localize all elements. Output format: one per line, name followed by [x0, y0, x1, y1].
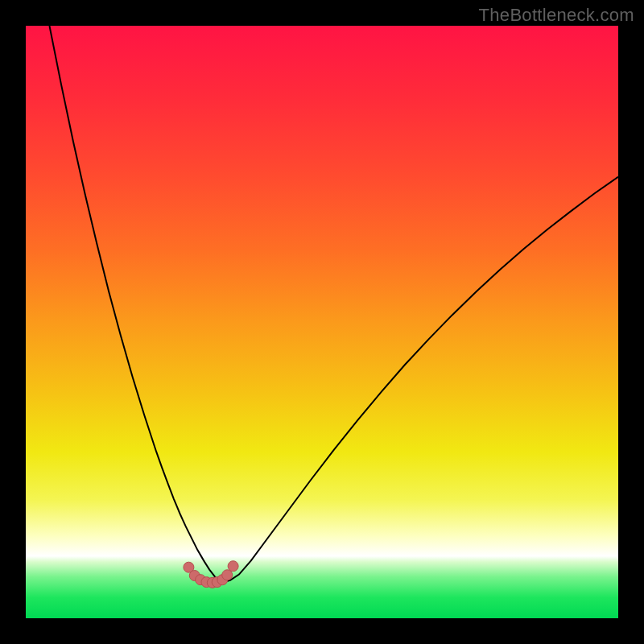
plot-area — [26, 26, 618, 618]
chart-frame: TheBottleneck.com — [0, 0, 644, 644]
chart-background — [26, 26, 618, 618]
chart-svg — [26, 26, 618, 618]
data-marker — [222, 570, 233, 580]
watermark-text: TheBottleneck.com — [479, 5, 634, 26]
data-marker — [228, 561, 238, 572]
